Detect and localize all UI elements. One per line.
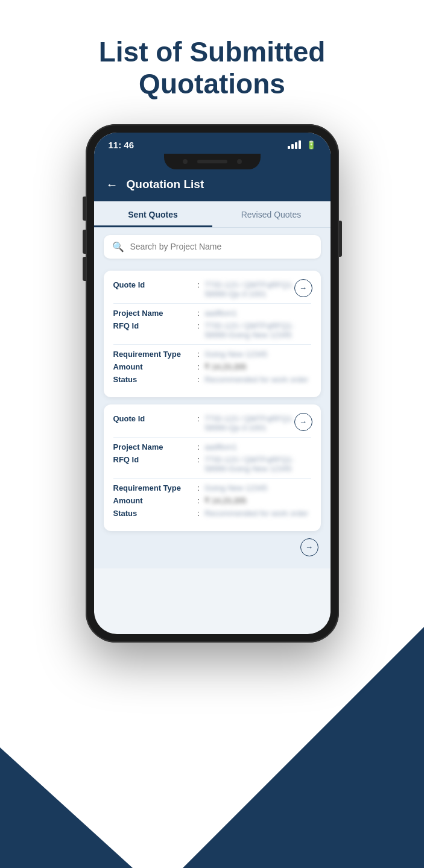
amount-label-1: Amount <box>113 362 198 371</box>
search-area: 🔍 <box>94 228 331 266</box>
rfq-id-colon-2: : <box>198 455 200 464</box>
rfq-id-row-2: RFQ Id : TTID-123 / QMTFqRFQ1-58990-Goin… <box>113 455 311 473</box>
req-type-label-1: Requirement Type <box>113 350 198 359</box>
status-row-2: Status : Recommended for work order <box>113 509 311 518</box>
bottom-nav-arrow[interactable]: → <box>300 538 318 556</box>
status-value-1: Recommended for work order <box>204 375 311 384</box>
rfq-id-colon-1: : <box>198 321 200 330</box>
quote-id-colon-1: : <box>198 280 200 289</box>
project-name-row-2: Project Name : aadfbvn1 <box>113 442 311 451</box>
divider-1a <box>113 303 311 304</box>
rfq-id-label-2: RFQ Id <box>113 455 198 464</box>
signal-icon <box>288 140 301 149</box>
divider-2b <box>113 478 311 479</box>
amount-colon-1: : <box>198 362 200 371</box>
rfq-id-row-1: RFQ Id : TTID-123 / QMTFqRFQ1-58990-Goin… <box>113 321 311 339</box>
search-box: 🔍 <box>104 235 321 259</box>
tabs-container: Sent Quotes Revised Quotes <box>94 201 331 228</box>
quote-id-value-2: TTID-123 / QMTFqRFQ1-58990-Qp-3-1001 <box>204 414 311 432</box>
status-bar: 11: 46 🔋 <box>94 133 331 155</box>
phone-screen: 11: 46 🔋 <box>94 133 331 634</box>
req-type-row-1: Requirement Type : Going New 12345 <box>113 350 311 359</box>
quote-id-value-1: TTID-123 / QMTFqRFQ1-58990-Qp-3-1001 <box>204 280 311 298</box>
req-type-value-1: Going New 12345 <box>204 350 311 359</box>
tab-revised-quotes[interactable]: Revised Quotes <box>212 201 331 227</box>
notch <box>164 154 261 169</box>
search-icon: 🔍 <box>112 241 124 253</box>
amount-colon-2: : <box>198 496 200 505</box>
phone-wrapper: 11: 46 🔋 <box>0 118 424 643</box>
req-type-colon-2: : <box>198 483 200 492</box>
status-row-1: Status : Recommended for work order <box>113 375 311 384</box>
phone-outer: 11: 46 🔋 <box>86 124 339 643</box>
rfq-id-value-2: TTID-123 / QMTFqRFQ1-58990-Going New 123… <box>204 455 311 473</box>
project-name-row-1: Project Name : aadfbvn1 <box>113 309 311 318</box>
speaker <box>197 160 227 163</box>
project-name-label-1: Project Name <box>113 309 198 318</box>
quote-card-1: → Quote Id : TTID-123 / QMTFqRFQ1-58990-… <box>104 271 321 397</box>
quote-id-label-1: Quote Id <box>113 280 198 289</box>
content-area: → Quote Id : TTID-123 / QMTFqRFQ1-58990-… <box>94 266 331 568</box>
search-input[interactable] <box>130 242 312 251</box>
amount-value-1: ₹ 14,23,205 <box>204 362 311 371</box>
rfq-id-label-1: RFQ Id <box>113 321 198 330</box>
app-header: ← Quotation List <box>94 169 331 201</box>
status-time: 11: 46 <box>109 140 134 150</box>
req-type-row-2: Requirement Type : Going New 12345 <box>113 483 311 492</box>
quote-id-row-2: Quote Id : TTID-123 / QMTFqRFQ1-58990-Qp… <box>113 414 311 432</box>
status-label-1: Status <box>113 375 198 384</box>
quote-id-row-1: Quote Id : TTID-123 / QMTFqRFQ1-58990-Qp… <box>113 280 311 298</box>
amount-row-2: Amount : ₹ 14,23,205 <box>113 496 311 505</box>
divider-1b <box>113 344 311 345</box>
notch-area <box>94 154 331 169</box>
bg-triangle-left <box>0 747 133 868</box>
status-label-2: Status <box>113 509 198 518</box>
project-name-value-2: aadfbvn1 <box>204 442 311 451</box>
project-name-colon-2: : <box>198 442 200 451</box>
req-type-value-2: Going New 12345 <box>204 483 311 492</box>
status-value-2: Recommended for work order <box>204 509 311 518</box>
sensor-dot <box>237 159 242 164</box>
back-button[interactable]: ← <box>106 178 118 192</box>
page-title: List of Submitted Quotations <box>24 36 400 100</box>
status-colon-2: : <box>198 509 200 518</box>
amount-row-1: Amount : ₹ 14,23,205 <box>113 362 311 371</box>
quote-id-colon-2: : <box>198 414 200 423</box>
req-type-colon-1: : <box>198 350 200 359</box>
req-type-label-2: Requirement Type <box>113 483 198 492</box>
page-title-area: List of Submitted Quotations <box>0 0 424 118</box>
bottom-nav-arrow-icon: → <box>305 542 313 552</box>
quote-card-2: → Quote Id : TTID-123 / QMTFqRFQ1-58990-… <box>104 404 321 531</box>
battery-icon: 🔋 <box>306 140 316 149</box>
amount-value-2: ₹ 14,23,205 <box>204 496 311 505</box>
project-name-colon-1: : <box>198 309 200 318</box>
tab-sent-quotes[interactable]: Sent Quotes <box>94 201 212 227</box>
quote-id-label-2: Quote Id <box>113 414 198 423</box>
bottom-nav-area: → <box>104 538 321 559</box>
project-name-value-1: aadfbvn1 <box>204 309 311 318</box>
header-title: Quotation List <box>127 178 204 191</box>
status-colon-1: : <box>198 375 200 384</box>
camera-dot <box>183 159 188 164</box>
bg-triangle-right <box>183 627 424 868</box>
divider-2a <box>113 437 311 438</box>
status-icons: 🔋 <box>288 140 316 149</box>
project-name-label-2: Project Name <box>113 442 198 451</box>
amount-label-2: Amount <box>113 496 198 505</box>
rfq-id-value-1: TTID-123 / QMTFqRFQ1-58990-Going New 123… <box>204 321 311 339</box>
